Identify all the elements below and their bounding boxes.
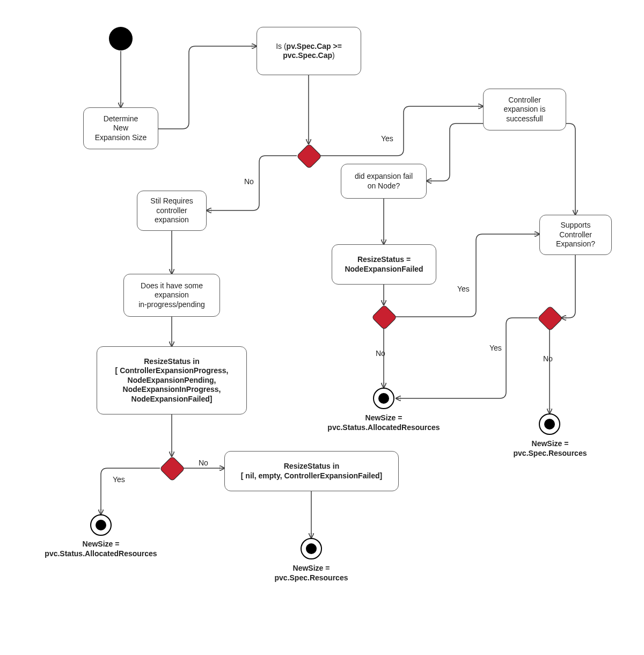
edge-label-no: No bbox=[376, 349, 385, 359]
node-text: Is (pv.Spec.Cap >=pvc.Spec.Cap) bbox=[276, 42, 342, 61]
node-text: Controllerexpansion issuccessfull bbox=[504, 96, 546, 124]
node-resize-status-nil: ResizeStatus in[ nil, empty, ControllerE… bbox=[224, 451, 399, 491]
edge-label-yes: Yes bbox=[381, 134, 393, 144]
edge-label-yes: Yes bbox=[457, 285, 470, 294]
start-node bbox=[109, 27, 133, 50]
decision-d3 bbox=[537, 305, 563, 331]
node-resize-node-failed: ResizeStatus =NodeExpansionFailed bbox=[332, 244, 436, 285]
decision-d1 bbox=[296, 143, 322, 169]
node-text: did expansion failon Node? bbox=[355, 172, 413, 191]
is-cap-suffix: ) bbox=[332, 51, 335, 60]
decision-d4 bbox=[159, 456, 185, 482]
end-label-c: NewSize =pvc.Status.AllocatedResources bbox=[309, 413, 459, 432]
node-text: ResizeStatus in[ ControllerExpansionProg… bbox=[115, 357, 229, 404]
decision-d2 bbox=[371, 304, 397, 330]
end-label-b: NewSize =pvc.Spec.Resources bbox=[258, 564, 365, 583]
node-still-requires: Stil Requirescontrollerexpansion bbox=[137, 191, 207, 231]
node-is-cap: Is (pv.Spec.Cap >=pvc.Spec.Cap) bbox=[257, 27, 361, 75]
end-label-d: NewSize =pvc.Spec.Resources bbox=[496, 439, 604, 458]
node-text: SupportsControllerExpansion? bbox=[556, 221, 595, 249]
node-text: ResizeStatus =NodeExpansionFailed bbox=[345, 255, 423, 274]
end-node-a bbox=[90, 514, 112, 536]
edge-label-yes: Yes bbox=[489, 344, 502, 353]
end-node-c bbox=[373, 388, 394, 409]
node-did-fail: did expansion failon Node? bbox=[341, 164, 427, 199]
node-resize-status-set: ResizeStatus in[ ControllerExpansionProg… bbox=[97, 346, 247, 414]
node-does-have: Does it have someexpansionin-progress/pe… bbox=[123, 274, 220, 317]
end-label-a: NewSize =pvc.Status.AllocatedResources bbox=[27, 540, 175, 558]
node-determine: DetermineNewExpansion Size bbox=[83, 107, 158, 149]
node-controller-success: Controllerexpansion issuccessfull bbox=[483, 89, 566, 130]
node-text: ResizeStatus in[ nil, empty, ControllerE… bbox=[241, 462, 382, 481]
edge-label-no: No bbox=[543, 354, 553, 364]
node-text: DetermineNewExpansion Size bbox=[95, 114, 147, 143]
node-text: Stil Requirescontrollerexpansion bbox=[150, 196, 193, 225]
end-node-b bbox=[301, 538, 322, 559]
edge-label-no: No bbox=[199, 458, 208, 468]
flowchart-canvas: DetermineNewExpansion Size Is (pv.Spec.C… bbox=[0, 0, 644, 655]
edge-label-no: No bbox=[244, 177, 254, 187]
node-text: Does it have someexpansionin-progress/pe… bbox=[138, 281, 205, 310]
is-cap-prefix: Is ( bbox=[276, 42, 286, 50]
edge-label-yes: Yes bbox=[113, 475, 125, 485]
end-node-d bbox=[539, 413, 560, 435]
node-supports-controller: SupportsControllerExpansion? bbox=[539, 215, 612, 255]
